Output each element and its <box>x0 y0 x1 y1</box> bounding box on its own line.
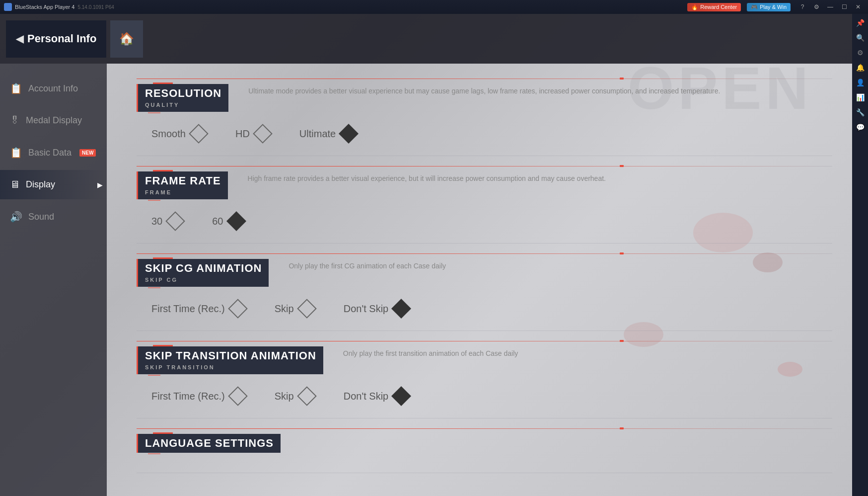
skip-cg-title: Skip CG Animation <box>145 262 262 275</box>
resolution-subtitle: QUALITY <box>145 102 179 108</box>
skip-transition-description: Only play the first transition animation… <box>323 346 832 359</box>
app-area: OPEN ◀ Personal Info 🏠 📋 Account Info 🎖 … <box>0 14 868 496</box>
skip-transition-divider <box>137 341 832 341</box>
resolution-description: Ultimate mode provides a better visual e… <box>228 84 832 96</box>
right-sidebar-icon-3[interactable]: ⚙ <box>853 46 867 60</box>
resolution-smooth-label: Smooth <box>151 128 186 140</box>
skip-transition-skip-option[interactable]: Skip <box>275 389 314 403</box>
skip-transition-section: Skip Transition Animation SKIP TRANSITIO… <box>137 341 832 418</box>
resolution-hd-diamond <box>253 124 273 144</box>
right-sidebar-icon-7[interactable]: 🔧 <box>853 105 867 119</box>
sidebar-item-basic-data[interactable]: 📋 Basic Data NEW <box>0 138 107 167</box>
skip-transition-dont-skip-label: Don't Skip <box>344 391 389 402</box>
language-settings-title: Language Settings <box>145 437 274 450</box>
language-settings-title-box: Language Settings <box>137 434 281 453</box>
skip-transition-dont-skip-option[interactable]: Don't Skip <box>344 389 409 403</box>
frame-rate-30-diamond <box>165 211 185 231</box>
new-badge: NEW <box>79 149 96 157</box>
help-button[interactable]: ? <box>796 2 808 12</box>
account-info-label: Account Info <box>28 83 78 94</box>
frame-rate-30-label: 30 <box>151 216 162 227</box>
resolution-ultimate-label: Ultimate <box>299 128 336 140</box>
resolution-hd-option[interactable]: HD <box>235 127 270 141</box>
skip-cg-section: Skip CG Animation SKIP CG Only play the … <box>137 253 832 331</box>
app-version: 5.14.0.1091 P64 <box>77 4 114 10</box>
skip-cg-title-box: Skip CG Animation SKIP CG <box>137 259 269 287</box>
resolution-title-box: Resolution QUALITY <box>137 84 228 112</box>
resolution-header: Resolution QUALITY Ultimate mode provide… <box>137 84 832 112</box>
back-button[interactable]: ◀ Personal Info <box>6 20 106 58</box>
sidebar-item-display[interactable]: 🖥 Display <box>0 170 107 199</box>
skip-cg-skip-option[interactable]: Skip <box>275 302 314 316</box>
right-sidebar-icon-1[interactable]: 📌 <box>853 16 867 30</box>
minimize-button[interactable]: — <box>824 2 836 12</box>
app-icon <box>4 3 12 11</box>
title-bar-left: BlueStacks App Player 4 5.14.0.1091 P64 <box>4 3 114 11</box>
frame-rate-description: High frame rate provides a better visual… <box>228 171 832 184</box>
resolution-hd-label: HD <box>235 128 250 140</box>
frame-rate-60-label: 60 <box>212 216 223 227</box>
skip-cg-dont-skip-option[interactable]: Don't Skip <box>344 302 409 316</box>
skip-transition-title-box: Skip Transition Animation SKIP TRANSITIO… <box>137 346 323 374</box>
skip-transition-dont-skip-diamond <box>391 386 411 406</box>
display-label: Display <box>26 179 55 190</box>
display-icon: 🖥 <box>10 179 20 190</box>
controller-icon: 🎮 <box>751 4 758 10</box>
frame-rate-60-option[interactable]: 60 <box>212 214 243 228</box>
home-button[interactable]: 🏠 <box>110 20 143 58</box>
skip-cg-description: Only play the first CG animation of each… <box>269 259 832 271</box>
frame-rate-divider <box>137 166 832 166</box>
skip-transition-subtitle: SKIP TRANSITION <box>145 364 215 370</box>
right-sidebar-icon-5[interactable]: 👤 <box>853 76 867 89</box>
basic-data-label: Basic Data <box>28 148 72 158</box>
sidebar-item-medal-display[interactable]: 🎖 Medal Display <box>0 106 107 135</box>
skip-transition-first-time-label: First Time (Rec.) <box>151 391 225 402</box>
frame-rate-header: Frame Rate FRAME High frame rate provide… <box>137 171 832 199</box>
language-settings-divider <box>137 428 832 429</box>
skip-cg-first-time-option[interactable]: First Time (Rec.) <box>151 302 245 316</box>
sidebar-item-sound[interactable]: 🔊 Sound <box>0 202 107 232</box>
medal-display-icon: 🎖 <box>10 115 20 126</box>
skip-transition-options: First Time (Rec.) Skip Don't Skip <box>137 384 832 408</box>
skip-transition-skip-label: Skip <box>275 391 294 402</box>
skip-transition-title: Skip Transition Animation <box>145 349 316 362</box>
medal-display-label: Medal Display <box>26 115 82 126</box>
page-title: Personal Info <box>27 32 96 45</box>
skip-cg-dont-skip-label: Don't Skip <box>344 303 389 315</box>
resolution-title: Resolution <box>145 87 221 100</box>
maximize-button[interactable]: ☐ <box>838 2 850 12</box>
language-settings-header: Language Settings <box>137 434 832 453</box>
frame-rate-section: Frame Rate FRAME High frame rate provide… <box>137 166 832 244</box>
sidebar-item-account-info[interactable]: 📋 Account Info <box>0 74 107 103</box>
reward-center-button[interactable]: 🔥 Reward Center <box>687 3 741 11</box>
resolution-section: Resolution QUALITY Ultimate mode provide… <box>137 79 832 156</box>
home-icon: 🏠 <box>119 32 134 46</box>
frame-rate-title-box: Frame Rate FRAME <box>137 171 228 199</box>
frame-rate-30-option[interactable]: 30 <box>151 214 182 228</box>
right-sidebar-icon-6[interactable]: 📊 <box>853 90 867 104</box>
sound-icon: 🔊 <box>10 211 22 223</box>
resolution-ultimate-diamond <box>339 124 359 144</box>
right-sidebar: 📌 🔍 ⚙ 🔔 👤 📊 🔧 💬 <box>852 14 868 496</box>
account-info-icon: 📋 <box>10 83 22 94</box>
app-name: BlueStacks App Player 4 <box>15 4 74 10</box>
close-button[interactable]: ✕ <box>852 2 864 12</box>
resolution-options: Smooth HD Ultimate <box>137 122 832 146</box>
resolution-smooth-option[interactable]: Smooth <box>151 127 206 141</box>
skip-cg-skip-label: Skip <box>275 303 294 315</box>
resolution-smooth-diamond <box>189 124 209 144</box>
right-sidebar-icon-4[interactable]: 🔔 <box>853 61 867 75</box>
language-settings-section: Language Settings <box>137 428 832 473</box>
skip-cg-header: Skip CG Animation SKIP CG Only play the … <box>137 259 832 287</box>
skip-transition-first-time-option[interactable]: First Time (Rec.) <box>151 389 245 403</box>
frame-rate-subtitle: FRAME <box>145 189 172 195</box>
skip-cg-skip-diamond <box>297 299 317 319</box>
resolution-divider <box>137 79 832 79</box>
flame-icon: 🔥 <box>691 4 698 10</box>
settings-button[interactable]: ⚙ <box>810 2 822 12</box>
play-win-button[interactable]: 🎮 Play & Win <box>747 3 791 11</box>
right-sidebar-icon-2[interactable]: 🔍 <box>853 31 867 45</box>
skip-transition-header: Skip Transition Animation SKIP TRANSITIO… <box>137 346 832 374</box>
right-sidebar-icon-8[interactable]: 💬 <box>853 120 867 134</box>
resolution-ultimate-option[interactable]: Ultimate <box>299 127 356 141</box>
